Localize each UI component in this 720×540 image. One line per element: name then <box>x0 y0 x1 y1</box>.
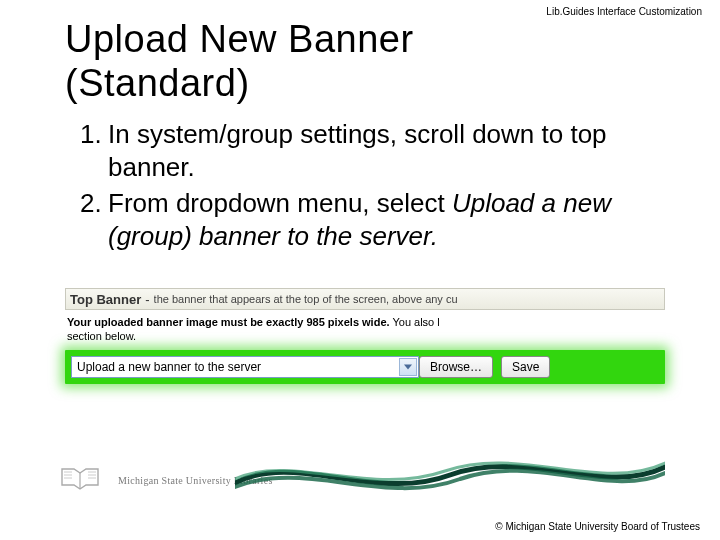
step-text: In system/group settings, scroll down to… <box>108 118 670 183</box>
footer-graphic: Michigan State University Libraries <box>60 445 670 495</box>
highlighted-row: Upload a new banner to the server Browse… <box>65 350 665 384</box>
list-item: 1. In system/group settings, scroll down… <box>80 118 670 183</box>
step-text: From dropdown menu, select Upload a new … <box>108 187 670 252</box>
browse-button[interactable]: Browse… <box>419 356 493 378</box>
wave-icon <box>235 453 665 501</box>
header-context: Lib.Guides Interface Customization <box>546 6 702 17</box>
browse-label: Browse… <box>430 360 482 374</box>
section-description: the banner that appears at the top of th… <box>154 293 458 305</box>
section-header: Top Banner - the banner that appears at … <box>65 288 665 310</box>
save-button[interactable]: Save <box>501 356 550 378</box>
requirement-text: Your uploaded banner image must be exact… <box>67 316 665 328</box>
dropdown-value: Upload a new banner to the server <box>77 360 261 374</box>
list-item: 2. From dropdown menu, select Upload a n… <box>80 187 670 252</box>
title-line-1: Upload New Banner <box>65 18 414 60</box>
button-row: Browse… Save <box>419 356 550 378</box>
book-icon <box>60 463 100 495</box>
requirement-tail: You also l <box>390 316 440 328</box>
instruction-list: 1. In system/group settings, scroll down… <box>80 118 670 256</box>
page-title: Upload New Banner (Standard) <box>65 18 414 105</box>
requirement-bold: Your uploaded banner image must be exact… <box>67 316 390 328</box>
section-below-text: section below. <box>67 330 665 342</box>
title-line-2: (Standard) <box>65 62 250 104</box>
chevron-down-icon[interactable] <box>399 358 417 376</box>
step-number: 1. <box>80 118 108 183</box>
section-dash: - <box>145 292 149 307</box>
step-text-plain: From dropdown menu, select <box>108 188 452 218</box>
save-label: Save <box>512 360 539 374</box>
step-number: 2. <box>80 187 108 252</box>
section-title: Top Banner <box>70 292 141 307</box>
banner-upload-dropdown[interactable]: Upload a new banner to the server <box>71 356 419 378</box>
screenshot-panel: Top Banner - the banner that appears at … <box>65 288 665 384</box>
copyright-text: © Michigan State University Board of Tru… <box>495 521 700 532</box>
